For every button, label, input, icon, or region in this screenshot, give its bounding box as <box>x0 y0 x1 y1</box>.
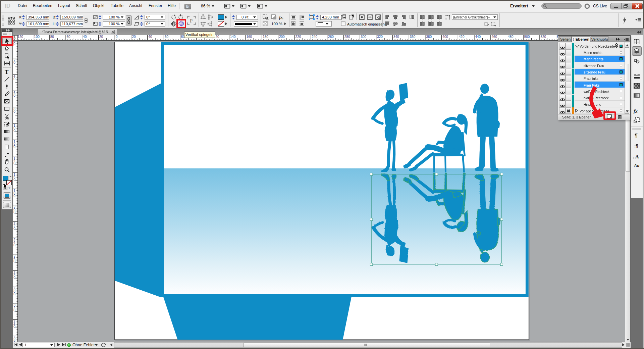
svg-text:P: P <box>190 18 193 23</box>
svg-text:T: T <box>5 69 9 75</box>
